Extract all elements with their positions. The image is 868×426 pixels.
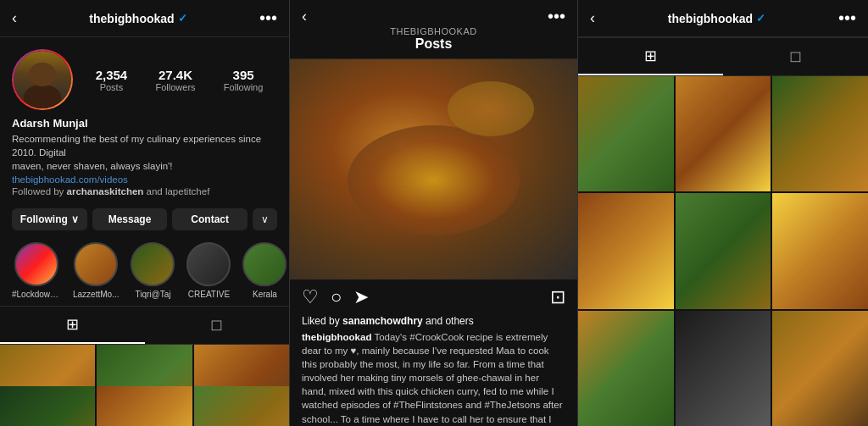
highlight-circle-1 xyxy=(14,242,58,286)
liked-by: Liked by sanamchowdhry and others xyxy=(290,315,577,330)
right-thumb-2[interactable] xyxy=(676,76,771,191)
food-image xyxy=(290,59,577,279)
following-count: 395 xyxy=(224,68,263,82)
right-thumb-1[interactable] xyxy=(578,76,674,191)
right-photo-grid xyxy=(578,76,868,426)
right-thumb-9[interactable] xyxy=(772,311,868,426)
middle-panel: ‹ ••• THEBIGBHOOKAD Posts ♡ ○ ➤ ⊡ Liked … xyxy=(290,0,578,426)
right-verified-badge: ✓ xyxy=(756,12,765,25)
highlight-label-3: Tiqri@Taj xyxy=(135,290,170,299)
profile-bio: Recommending the best of my culinary exp… xyxy=(12,132,277,173)
right-thumb-7[interactable] xyxy=(578,311,674,426)
profile-stats-row: 2,354 Posts 27.4K Followers 395 Followin… xyxy=(0,37,289,117)
bookmark-button[interactable]: ⊡ xyxy=(550,286,565,308)
middle-more-button[interactable]: ••• xyxy=(548,7,565,26)
back-button[interactable]: ‹ xyxy=(12,9,17,27)
middle-back-button[interactable]: ‹ xyxy=(302,8,307,25)
stats-group: 2,354 Posts 27.4K Followers 395 Followin… xyxy=(81,68,277,92)
followers-count: 27.4K xyxy=(155,68,195,82)
tab-grid[interactable]: ⊞ xyxy=(0,307,145,344)
post-actions: ♡ ○ ➤ ⊡ xyxy=(290,279,577,315)
like-button[interactable]: ♡ xyxy=(302,286,319,308)
highlight-item[interactable]: #Lockdown21 xyxy=(12,242,61,299)
grid-thumb-5[interactable] xyxy=(97,386,192,426)
right-panel: ‹ thebigbhookad ✓ ••• ⊞ ◻ xyxy=(578,0,868,426)
following-button[interactable]: Following ∨ xyxy=(12,208,87,230)
highlight-circle-4 xyxy=(186,242,231,286)
right-more-button[interactable]: ••• xyxy=(838,8,856,28)
middle-sub-title: THEBIGBHOOKAD xyxy=(302,26,565,36)
highlight-circle-5 xyxy=(242,242,287,286)
caption-text: Today's #CrookCook recipe is extremely d… xyxy=(302,332,563,426)
right-person-icon: ◻ xyxy=(789,47,802,65)
right-username-area: thebigbhookad ✓ xyxy=(668,12,765,25)
highlight-label-4: CREATIVE xyxy=(188,290,230,299)
right-thumb-6[interactable] xyxy=(772,193,868,308)
middle-header-top: ‹ ••• xyxy=(302,7,565,26)
tab-tagged[interactable]: ◻ xyxy=(145,307,290,344)
username-area: thebigbhookad ✓ xyxy=(89,12,186,25)
grid-icon: ⊞ xyxy=(66,315,79,334)
right-profile-tabs: ⊞ ◻ xyxy=(578,37,868,76)
left-panel: ‹ thebigbhookad ✓ ••• 2,354 Posts 27.4K … xyxy=(0,0,290,426)
post-image xyxy=(290,59,577,279)
stat-following: 395 Following xyxy=(224,68,263,92)
post-actions-left: ♡ ○ ➤ xyxy=(302,286,369,308)
highlight-circle-3 xyxy=(131,242,175,286)
contact-button[interactable]: Contact xyxy=(172,208,248,230)
posts-label: Posts xyxy=(96,82,128,92)
right-thumb-3[interactable] xyxy=(772,76,868,191)
more-options-button[interactable]: ••• xyxy=(259,8,277,28)
highlight-item[interactable]: CREATIVE xyxy=(186,242,231,299)
highlights-row: #Lockdown21 LazzettMo... Tiqri@Taj CREAT… xyxy=(0,235,289,306)
highlight-item[interactable]: LazzettMo... xyxy=(73,242,119,299)
profile-bio-section: Adarsh Munjal Recommending the best of m… xyxy=(0,117,289,203)
left-header: ‹ thebigbhookad ✓ ••• xyxy=(0,0,289,37)
photo-grid xyxy=(0,345,289,426)
post-caption: thebigbhookad Today's #CrookCook recipe … xyxy=(290,330,577,426)
followers-label: Followers xyxy=(155,82,195,92)
middle-main-title: Posts xyxy=(415,36,453,52)
caption-username: thebigbhookad xyxy=(302,332,371,342)
highlight-circle-2 xyxy=(74,242,118,286)
right-tab-grid[interactable]: ⊞ xyxy=(578,38,723,75)
middle-header: ‹ ••• THEBIGBHOOKAD Posts xyxy=(290,0,577,59)
right-grid-icon: ⊞ xyxy=(644,47,657,65)
highlight-label-2: LazzettMo... xyxy=(73,290,119,299)
highlight-item[interactable]: Tiqri@Taj xyxy=(131,242,175,299)
right-tab-tagged[interactable]: ◻ xyxy=(723,38,868,75)
comment-button[interactable]: ○ xyxy=(331,286,342,308)
right-back-button[interactable]: ‹ xyxy=(590,9,595,27)
right-thumb-8[interactable] xyxy=(676,311,771,426)
highlight-label-5: Kerala xyxy=(253,290,277,299)
share-button[interactable]: ➤ xyxy=(353,286,369,308)
right-header: ‹ thebigbhookad ✓ ••• xyxy=(578,0,868,37)
username-text: thebigbhookad xyxy=(89,12,174,25)
profile-name: Adarsh Munjal xyxy=(12,117,277,130)
message-button[interactable]: Message xyxy=(92,208,168,230)
verified-badge: ✓ xyxy=(178,12,187,25)
chevron-button[interactable]: ∨ xyxy=(253,208,277,230)
right-thumb-5[interactable] xyxy=(676,193,771,308)
action-buttons: Following ∨ Message Contact ∨ xyxy=(0,203,289,235)
highlight-label-1: #Lockdown21 xyxy=(12,290,61,299)
right-username-text: thebigbhookad xyxy=(668,12,753,25)
stat-posts: 2,354 Posts xyxy=(96,68,128,92)
right-thumb-4[interactable] xyxy=(578,193,674,308)
following-label: Following xyxy=(224,82,263,92)
grid-thumb-4[interactable] xyxy=(0,386,95,426)
avatar xyxy=(12,49,73,110)
stat-followers: 27.4K Followers xyxy=(155,68,195,92)
profile-link[interactable]: thebigbhookad.com/videos xyxy=(12,174,277,185)
person-icon: ◻ xyxy=(210,315,223,334)
grid-thumb-6[interactable] xyxy=(194,386,289,426)
followed-by: Followed by archanaskitchen and lapetitc… xyxy=(12,186,277,196)
highlight-item[interactable]: Kerala xyxy=(242,242,287,299)
posts-count: 2,354 xyxy=(96,68,128,82)
profile-tabs: ⊞ ◻ xyxy=(0,306,289,345)
